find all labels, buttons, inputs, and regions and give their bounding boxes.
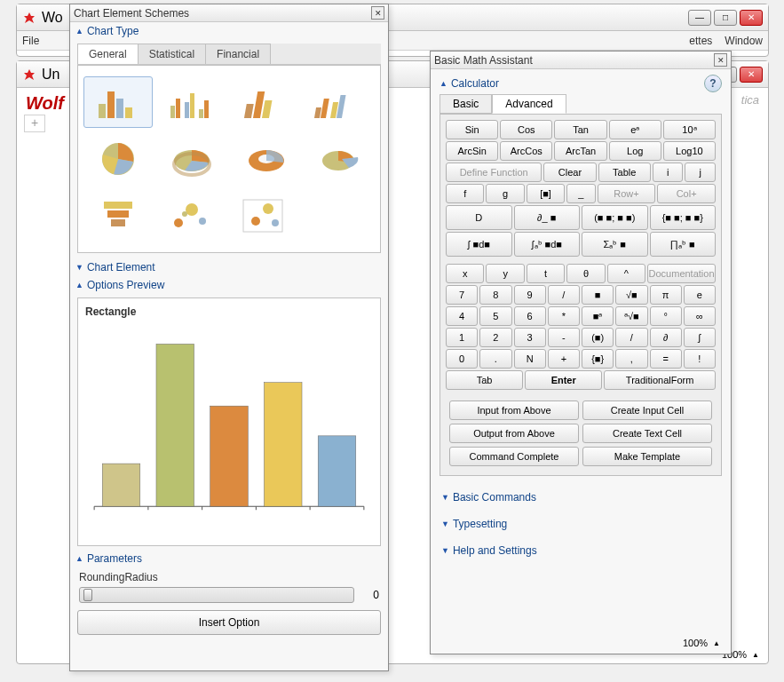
key-traditional-form[interactable]: TraditionalForm [604, 370, 716, 390]
key-x[interactable]: x [446, 264, 484, 283]
key-arctan[interactable]: ArcTan [554, 141, 606, 161]
key-integral-symbol[interactable]: ∫ [684, 328, 716, 347]
key-0[interactable]: 0 [446, 349, 478, 369]
zoom-up-icon[interactable]: ▲ [752, 651, 759, 659]
thumb-3d-bar-icon[interactable] [232, 76, 301, 128]
section-chart-type[interactable]: ▲Chart Type [70, 22, 388, 40]
key-definite-integral[interactable]: ∫ₐᵇ ■d■ [514, 232, 581, 257]
key-subscript[interactable]: _ [566, 184, 595, 203]
key-matrix[interactable]: (■ ■; ■ ■) [582, 205, 648, 230]
key-table[interactable]: Table [598, 163, 651, 182]
maximize-button[interactable]: □ [714, 10, 737, 26]
insert-option-button[interactable]: Insert Option [77, 610, 381, 635]
key-cos[interactable]: Cos [500, 120, 552, 139]
key-degree[interactable]: ° [650, 306, 682, 326]
section-typesetting[interactable]: ▼Typesetting [436, 515, 725, 533]
key-enter[interactable]: Enter [525, 370, 602, 390]
output-from-above-button[interactable]: Output from Above [449, 424, 579, 443]
key-minus[interactable]: - [548, 328, 580, 347]
key-divide[interactable]: / [548, 285, 580, 305]
section-basic-commands[interactable]: ▼Basic Commands [436, 488, 725, 506]
ces-titlebar[interactable]: Chart Element Schemes ✕ [70, 4, 388, 22]
key-product[interactable]: ∏ₐᵇ ■ [650, 232, 717, 257]
key-power[interactable]: ^ [607, 264, 645, 283]
key-3[interactable]: 3 [514, 328, 546, 347]
key-pow10[interactable]: 10ᵃ [663, 120, 716, 139]
minimize-button[interactable]: — [688, 10, 711, 26]
bma-titlebar[interactable]: Basic Math Assistant ✕ [431, 52, 731, 69]
create-text-cell-button[interactable]: Create Text Cell [582, 424, 712, 443]
thumb-3d-bubble-icon[interactable] [232, 190, 301, 242]
thumb-grouped-bar-icon[interactable] [158, 76, 227, 128]
key-set[interactable]: {■ ■; ■ ■} [650, 205, 717, 230]
key-pi[interactable]: π [650, 285, 682, 305]
key-9[interactable]: 9 [514, 285, 546, 305]
thumb-donut-chart-icon[interactable] [232, 133, 301, 185]
key-equals[interactable]: = [650, 349, 682, 369]
key-g[interactable]: g [486, 184, 524, 203]
thumb-3d-grouped-bar-icon[interactable] [306, 76, 376, 128]
key-arcsin[interactable]: ArcSin [446, 141, 498, 161]
section-parameters[interactable]: ▲Parameters [70, 550, 388, 567]
menu-file[interactable]: File [22, 35, 39, 47]
thumb-funnel-chart-icon[interactable] [83, 190, 153, 242]
key-sqrt[interactable]: √■ [615, 285, 647, 305]
section-chart-element[interactable]: ▼Chart Element [70, 258, 388, 276]
section-options-preview[interactable]: ▲Options Preview [70, 276, 388, 294]
slider-knob[interactable] [83, 589, 92, 601]
thumb-3d-pie-icon[interactable] [158, 133, 227, 185]
thumb-bubble-chart-icon[interactable] [158, 190, 227, 242]
key-8[interactable]: 8 [479, 285, 511, 305]
input-from-above-button[interactable]: Input from Above [449, 400, 579, 420]
key-e[interactable]: e [684, 285, 716, 305]
key-i[interactable]: i [653, 163, 684, 182]
key-partial[interactable]: ∂_ ■ [514, 205, 581, 230]
close-button[interactable]: ✕ [740, 10, 763, 26]
key-n[interactable]: N [514, 349, 546, 369]
key-log10[interactable]: Log10 [663, 141, 716, 161]
make-template-button[interactable]: Make Template [582, 447, 712, 466]
key-arccos[interactable]: ArcCos [500, 141, 552, 161]
key-braces[interactable]: {■} [582, 349, 614, 369]
key-2[interactable]: 2 [479, 328, 511, 347]
key-parens[interactable]: (■) [582, 328, 614, 347]
key-clear[interactable]: Clear [543, 163, 596, 182]
key-times[interactable]: * [548, 306, 580, 326]
key-col-plus[interactable]: Col+ [657, 184, 716, 203]
key-dot[interactable]: . [479, 349, 511, 369]
tab-general[interactable]: General [77, 44, 139, 64]
create-input-cell-button[interactable]: Create Input Cell [582, 400, 712, 420]
key-t[interactable]: t [527, 264, 565, 283]
menu-palettes-fragment[interactable]: ettes [689, 35, 712, 47]
key-brackets[interactable]: [■] [527, 184, 565, 203]
section-calculator[interactable]: ▲Calculator [440, 75, 499, 92]
key-bang[interactable]: ! [684, 349, 716, 369]
tab-financial[interactable]: Financial [205, 44, 271, 64]
rounding-radius-slider[interactable] [79, 587, 354, 603]
tab-statistical[interactable]: Statistical [138, 44, 206, 64]
key-define-function[interactable]: Define Function [446, 163, 542, 182]
key-sin[interactable]: Sin [446, 120, 498, 139]
key-exp[interactable]: eᵃ [609, 120, 661, 139]
key-log[interactable]: Log [609, 141, 661, 161]
close-icon[interactable]: ✕ [714, 53, 727, 67]
key-d[interactable]: D [446, 205, 512, 230]
key-4[interactable]: 4 [446, 306, 478, 326]
key-superscript[interactable]: ■ᵃ [582, 306, 614, 326]
key-7[interactable]: 7 [446, 285, 478, 305]
key-sum[interactable]: Σₐᵇ ■ [582, 232, 648, 257]
key-tan[interactable]: Tan [554, 120, 606, 139]
section-help-settings[interactable]: ▼Help and Settings [436, 542, 725, 559]
key-plus[interactable]: + [548, 349, 580, 369]
key-partial-symbol[interactable]: ∂ [650, 328, 682, 347]
help-button[interactable]: ? [704, 75, 722, 92]
thumb-3d-pie-sliced-icon[interactable] [306, 133, 376, 185]
key-6[interactable]: 6 [514, 306, 546, 326]
key-theta[interactable]: θ [566, 264, 605, 283]
tab-basic[interactable]: Basic [440, 94, 492, 114]
thumb-pie-chart-icon[interactable] [83, 133, 153, 185]
key-row-plus[interactable]: Row+ [598, 184, 656, 203]
key-documentation[interactable]: Documentation [647, 264, 716, 283]
key-tab[interactable]: Tab [446, 370, 523, 390]
menu-window-fragment[interactable]: Window [725, 35, 763, 47]
